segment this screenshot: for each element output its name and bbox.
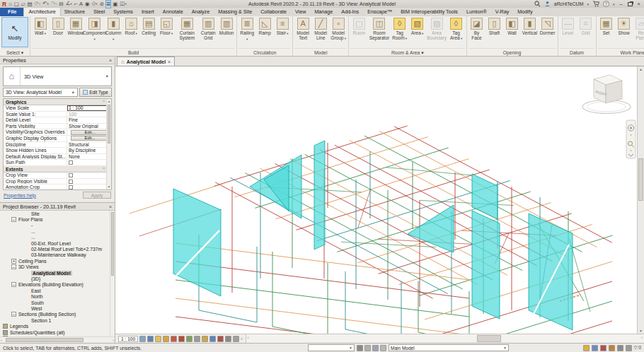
- model-text-button[interactable]: AModel Text: [294, 17, 311, 41]
- temporary-hide-isolate-icon[interactable]: [186, 336, 192, 342]
- tab-modify[interactable]: Modify: [513, 8, 536, 16]
- reveal-constraints-icon[interactable]: [217, 336, 224, 342]
- property-value-default-analysis-display-st[interactable]: None: [67, 154, 111, 160]
- window-button[interactable]: ▦Window: [67, 17, 84, 36]
- property-value-annotation-crop[interactable]: [67, 184, 111, 190]
- tab-annotate[interactable]: Annotate: [159, 8, 188, 16]
- tree-item-legends[interactable]: Legends: [0, 323, 115, 329]
- tab-enscape[interactable]: Enscape™: [363, 8, 396, 16]
- property-value-parts-visibility[interactable]: Show Original: [67, 124, 111, 129]
- tab-manage[interactable]: Manage: [310, 8, 337, 16]
- model-group-button[interactable]: ▫Model Group ▾: [330, 17, 347, 42]
- close-button[interactable]: ×: [636, 1, 642, 8]
- home-icon[interactable]: ⌂: [8, 1, 12, 8]
- design-option-selector[interactable]: Main Model▼: [389, 344, 509, 351]
- reveal-hidden-elements-icon[interactable]: [194, 336, 200, 342]
- section-graphics[interactable]: Graphics^: [4, 99, 111, 105]
- checkbox[interactable]: [69, 160, 73, 165]
- tree-item-03-maintenance-walkway[interactable]: 03-Maintenance Walkway: [0, 252, 115, 258]
- tab-view[interactable]: View: [291, 8, 310, 16]
- tree-item-east[interactable]: East: [0, 288, 115, 293]
- tab-lumion[interactable]: Lumion®: [462, 8, 491, 16]
- redo-icon[interactable]: ↷▾: [51, 0, 57, 8]
- mullion-button[interactable]: ▥Mullion: [218, 17, 235, 36]
- tree-item-[interactable]: -: [0, 223, 115, 228]
- property-value-sun-path[interactable]: [67, 160, 111, 165]
- tree-expander-icon[interactable]: –: [11, 217, 16, 222]
- links-icon[interactable]: [609, 345, 615, 351]
- tree-item-[interactable]: ...: [0, 228, 115, 234]
- displaced-elements-icon[interactable]: [233, 336, 239, 342]
- tag-area-button[interactable]: ◊Tag Area ▾: [448, 17, 465, 42]
- tab-structure[interactable]: Structure: [60, 8, 89, 16]
- exclude-options-icon[interactable]: [626, 345, 632, 351]
- property-value-graphic-display-options[interactable]: Edit...: [67, 136, 111, 141]
- tree-item-north[interactable]: North: [0, 293, 115, 299]
- crop-region-icon[interactable]: [178, 336, 185, 342]
- workset-selector[interactable]: ▼: [308, 344, 355, 351]
- canvas-vscrollbar[interactable]: ▲ ▼: [637, 66, 644, 334]
- close-inactive-views-icon[interactable]: ▣: [113, 1, 117, 8]
- filter-icon[interactable]: ▽:0: [634, 345, 641, 351]
- username[interactable]: aRcHiTeCtJM: [554, 1, 584, 6]
- measure-icon[interactable]: ∠▾: [66, 0, 72, 8]
- railing-button[interactable]: ≣Railing ▾: [238, 17, 255, 42]
- save-icon[interactable]: ▤: [28, 1, 33, 8]
- search-icon[interactable]: [534, 1, 541, 7]
- tab-v-ray[interactable]: V-Ray: [491, 8, 514, 16]
- property-value-visibility-graphics-overrides[interactable]: Edit...: [67, 129, 111, 135]
- apply-button[interactable]: Apply: [83, 192, 111, 199]
- active-only-icon[interactable]: [380, 345, 386, 351]
- show-button[interactable]: ☀Show: [616, 17, 633, 36]
- wall-button[interactable]: ◧Wall: [504, 17, 521, 36]
- shadows-icon[interactable]: [147, 336, 154, 342]
- roof-button[interactable]: ⌂Roof ▾: [122, 17, 139, 37]
- collapse-view-bar-icon[interactable]: ‹: [241, 336, 242, 342]
- worksets-status-icon[interactable]: [583, 345, 590, 351]
- browser-scrollbar[interactable]: [110, 211, 115, 336]
- tree-expander-icon[interactable]: –: [11, 264, 16, 269]
- section-extents[interactable]: Extents^: [4, 166, 111, 172]
- door-button[interactable]: ▯Door: [50, 17, 67, 36]
- tab-insert[interactable]: Insert: [137, 8, 159, 16]
- tree-item-elevations-building-elevation[interactable]: –Elevations (Building Elevation): [0, 282, 115, 288]
- pinned-icon[interactable]: [617, 345, 623, 351]
- component-button[interactable]: ◨Component ▾: [85, 17, 104, 42]
- curtain-system-button[interactable]: ▦Curtain System: [176, 17, 198, 41]
- tree-item-00-ext-roof-level[interactable]: 00-Ext. Roof Level: [0, 240, 115, 246]
- ramp-button[interactable]: ◺Ramp: [256, 17, 273, 36]
- undo-icon[interactable]: ↶▾: [42, 0, 49, 8]
- dormer-button[interactable]: ◹Dormer: [539, 17, 556, 36]
- visual-style-icon[interactable]: [139, 336, 146, 342]
- tab-bim-interoperability-tools[interactable]: BIM Interoperability Tools: [396, 8, 462, 16]
- select-panel-label[interactable]: Select ▾: [1, 48, 28, 56]
- section-icon[interactable]: ⊘: [100, 1, 104, 8]
- project-browser-close-icon[interactable]: ×: [109, 204, 112, 209]
- tag-room-button[interactable]: ◊Tag Room ▾: [391, 17, 408, 42]
- curtain-grid-button[interactable]: ▥Curtain Grid: [199, 17, 217, 41]
- tree-expander-icon[interactable]: –: [11, 312, 16, 317]
- property-value-scale-value-1[interactable]: 100: [67, 112, 111, 117]
- revit-logo[interactable]: R: [2, 1, 6, 8]
- tab-analyze[interactable]: Analyze: [188, 8, 214, 16]
- wall-button[interactable]: ◧Wall ▾: [32, 17, 49, 37]
- floor-button[interactable]: ◱Floor ▾: [158, 17, 175, 37]
- tree-item-section-1[interactable]: Section 1: [0, 317, 115, 323]
- property-value-discipline[interactable]: Structural: [67, 142, 111, 148]
- minimize-button[interactable]: –: [618, 1, 623, 8]
- tab-architecture[interactable]: Architecture: [24, 8, 59, 16]
- properties-help-link[interactable]: Properties help: [4, 193, 36, 198]
- model-line-button[interactable]: ╱Model Line: [312, 17, 329, 41]
- design-options-icon[interactable]: [372, 345, 379, 351]
- set-button[interactable]: ▦Set: [598, 17, 615, 36]
- sun-settings-icon[interactable]: [163, 336, 169, 342]
- edit-button[interactable]: Edit...: [71, 136, 109, 141]
- type-selector-dropdown-icon[interactable]: ▼: [105, 74, 111, 78]
- properties-close-icon[interactable]: ×: [109, 58, 112, 63]
- tree-item-sections-building-section[interactable]: –Sections (Building Section): [0, 312, 115, 317]
- text-icon[interactable]: A: [79, 1, 83, 8]
- edit-button[interactable]: Edit...: [71, 130, 109, 135]
- user-icon[interactable]: [544, 1, 551, 7]
- canvas-hscrollbar[interactable]: ‹ ›: [246, 334, 644, 343]
- checkbox[interactable]: [69, 173, 73, 177]
